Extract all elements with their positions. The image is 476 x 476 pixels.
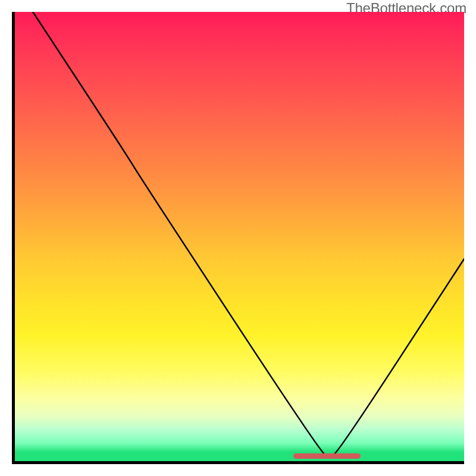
gradient-background — [15, 12, 464, 461]
optimal-range-marker — [293, 453, 361, 459]
chart-container: TheBottleneck.com — [0, 0, 476, 476]
plot-area — [12, 12, 464, 464]
